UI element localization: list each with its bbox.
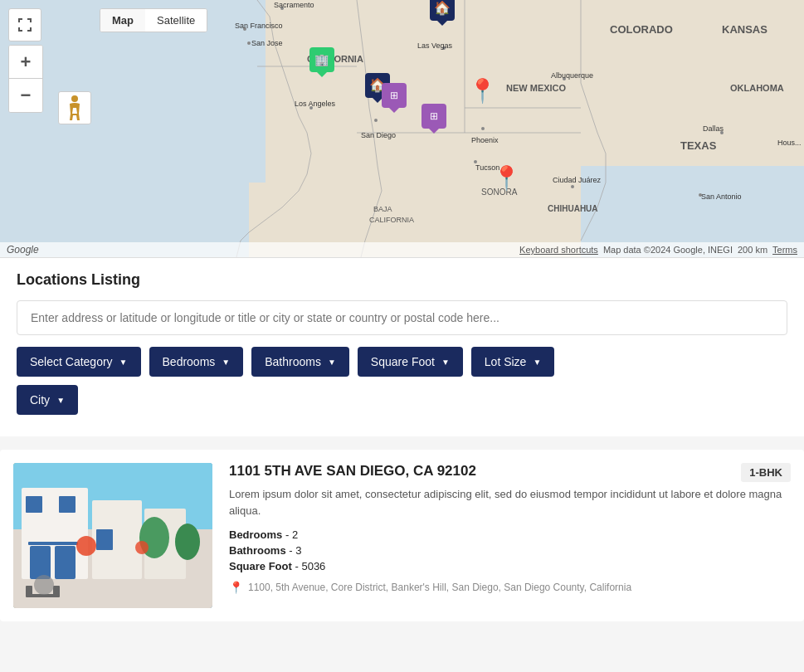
terms-link[interactable]: Terms [772,245,797,255]
map-background: COLORADO KANSAS OKLAHOMA TEXAS CALIFORNI… [0,0,804,257]
svg-text:Ciudad Juárez: Ciudad Juárez [553,176,602,184]
category-arrow-icon: ▼ [119,358,128,367]
property-bathrooms: Bathrooms - 3 [229,544,791,557]
filter-bathrooms-button[interactable]: Bathrooms ▼ [251,347,349,377]
zoom-controls: + − [8,45,43,113]
filter-category-button[interactable]: Select Category ▼ [17,347,141,377]
filter-squarefoot-button[interactable]: Square Foot ▼ [358,347,463,377]
property-bedrooms: Bedrooms - 2 [229,528,791,541]
svg-rect-56 [26,586,32,597]
lotsize-arrow-icon: ▼ [533,358,541,367]
property-image-placeholder [13,463,212,608]
map-section: COLORADO KANSAS OKLAHOMA TEXAS CALIFORNI… [0,0,804,257]
map-footer: Google Keyboard shortcuts Map data ©2024… [0,242,804,257]
svg-text:San Antonio: San Antonio [701,192,742,201]
map-type-controls: Map Satellite [100,8,207,32]
svg-rect-48 [59,496,76,513]
svg-rect-57 [53,586,60,597]
property-squarefoot: Square Foot - 5036 [229,560,791,572]
map-scale: 200 km [738,245,767,255]
svg-text:Phoenix: Phoenix [471,136,499,144]
svg-point-39 [71,95,78,102]
property-image[interactable] [13,463,212,608]
city-arrow-icon: ▼ [56,396,65,405]
zoom-in-button[interactable]: + [9,46,42,79]
svg-text:Los Angeles: Los Angeles [295,100,336,108]
bathrooms-arrow-icon: ▼ [328,358,336,367]
svg-point-52 [175,523,200,560]
squarefoot-arrow-icon: ▼ [441,358,450,367]
svg-text:San Francisco: San Francisco [235,22,283,30]
map-marker-apartment-1[interactable]: 🏢 [309,47,334,72]
map-marker-house-1[interactable]: 🏠 [430,0,455,21]
property-card: 1-BHK 1101 5TH AVE SAN DIEGO, CA 92102 L… [0,450,804,621]
listing-title: Locations Listing [17,271,787,289]
svg-text:San Diego: San Diego [361,131,396,139]
svg-text:CALIFORNIA: CALIFORNIA [369,216,414,224]
satellite-view-button[interactable]: Satellite [145,9,207,32]
svg-text:TEXAS: TEXAS [680,139,717,152]
svg-text:Sacramento: Sacramento [274,1,314,9]
property-address: 1101 5TH AVE SAN DIEGO, CA 92102 [229,463,791,480]
filter-bedrooms-button[interactable]: Bedrooms ▼ [149,347,244,377]
zoom-out-button[interactable]: − [9,79,42,112]
svg-text:Dallas: Dallas [703,124,724,133]
property-location: 📍 1100, 5th Avenue, Core District, Banke… [229,581,791,594]
filter-city-button[interactable]: City ▼ [17,385,78,415]
svg-point-18 [247,41,251,45]
keyboard-shortcuts-link[interactable]: Keyboard shortcuts [519,245,598,255]
google-logo: Google [7,244,39,256]
filter-row-1: Select Category ▼ Bedrooms ▼ Bathrooms ▼… [17,347,787,377]
svg-point-53 [76,536,96,556]
svg-rect-50 [28,542,78,545]
svg-text:Hous...: Hous... [777,139,802,147]
map-view-button[interactable]: Map [100,9,145,32]
street-view-button[interactable] [58,91,91,124]
map-marker-red-2[interactable]: 📍 [492,167,521,190]
svg-text:COLORADO: COLORADO [610,23,673,36]
location-pin-icon: 📍 [229,581,243,594]
svg-point-32 [571,185,574,188]
map-marker-multi-2[interactable]: ⊞ [421,104,446,129]
svg-text:NEW MEXICO: NEW MEXICO [506,83,567,93]
svg-rect-45 [30,546,51,579]
svg-rect-46 [55,546,76,579]
property-description: Lorem ipsum dolor sit amet, consectetur … [229,486,791,519]
map-data-info: Map data ©2024 Google, INEGI [603,245,733,255]
svg-point-22 [374,119,378,122]
svg-text:OKLAHOMA: OKLAHOMA [730,83,784,93]
search-input[interactable] [17,300,787,335]
property-badge: 1-BHK [741,463,791,482]
svg-text:Albuquerque: Albuquerque [551,71,593,80]
filter-row-2: City ▼ [17,385,787,415]
svg-point-26 [481,127,485,130]
fullscreen-button[interactable] [8,8,41,41]
bedrooms-arrow-icon: ▼ [222,358,230,367]
svg-text:San Jose: San Jose [251,39,283,47]
listing-section: Locations Listing Select Category ▼ Bedr… [0,257,804,436]
svg-text:CHIHUAHUA: CHIHUAHUA [548,204,598,213]
svg-point-58 [34,575,54,595]
map-footer-right: Keyboard shortcuts Map data ©2024 Google… [519,245,797,255]
filter-lotsize-button[interactable]: Lot Size ▼ [471,347,555,377]
map-marker-multi-1[interactable]: ⊞ [382,83,407,108]
svg-point-54 [135,541,149,554]
map-marker-red-1[interactable]: 📍 [468,80,497,103]
svg-text:KANSAS: KANSAS [722,23,767,36]
property-info: 1-BHK 1101 5TH AVE SAN DIEGO, CA 92102 L… [229,463,791,594]
map-controls: + − [8,8,43,113]
svg-rect-47 [26,496,42,513]
svg-text:Las Vegas: Las Vegas [417,41,453,50]
svg-rect-49 [96,529,113,550]
property-list: 1-BHK 1101 5TH AVE SAN DIEGO, CA 92102 L… [0,436,804,635]
svg-text:BAJA: BAJA [373,205,392,213]
